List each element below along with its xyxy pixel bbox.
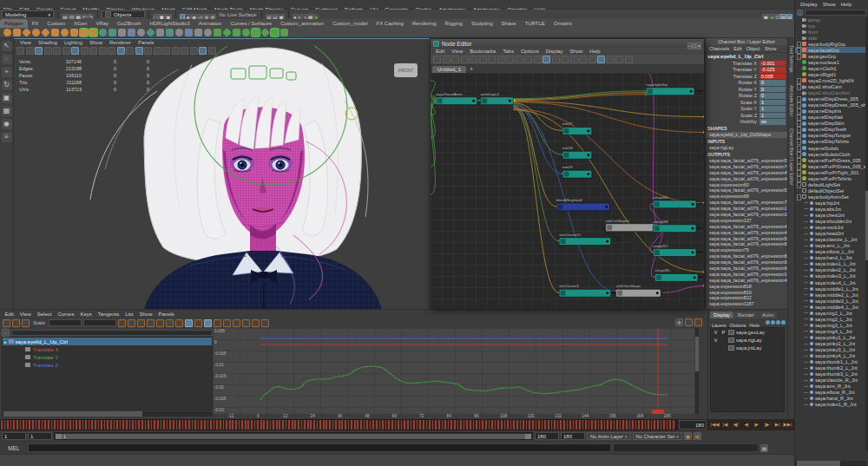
viewport-menu-item[interactable]: Shading: [36, 40, 60, 45]
graph-editor-menu-item[interactable]: Select: [35, 312, 54, 317]
frame-all-icon[interactable]: [685, 318, 693, 326]
output-node-item[interactable]: saya:saya_facial_w079_expression57: [706, 158, 787, 164]
outliner-item[interactable]: saya:hipJnt: [795, 200, 868, 206]
pin-icon[interactable]: ✛: [675, 318, 683, 326]
outliner-item[interactable]: saya:nCloth1: [795, 65, 868, 71]
output-node-item[interactable]: saya:expression137: [706, 218, 787, 224]
shelf-tool-icon[interactable]: [194, 29, 202, 36]
node-editor-titlebar[interactable]: Node Editor –□×: [431, 39, 704, 48]
viewport-display-icon[interactable]: [117, 47, 125, 55]
outliner-item[interactable]: front: [795, 29, 868, 35]
filter-icon[interactable]: ◌: [2, 329, 10, 337]
command-input[interactable]: [28, 443, 611, 452]
shelf-tool-icon[interactable]: [271, 29, 279, 36]
outliner-item[interactable]: saya:geoGrp: [795, 53, 868, 59]
shelf-tool-icon[interactable]: [156, 29, 164, 36]
outliner-item[interactable]: saya:relFurPrDress_005: [795, 157, 868, 163]
transport-button[interactable]: ▶: [752, 420, 761, 430]
channel-box-menu-item[interactable]: Object: [745, 46, 762, 51]
filter-icon[interactable]: ◌: [797, 10, 803, 16]
outliner-item[interactable]: saya:pinky2_L_Jnt: [795, 340, 868, 346]
shelf-tab[interactable]: FX Caching: [372, 19, 408, 28]
node-graph-canvas[interactable]: saya:FacialAnimanimLayer1saya:lightGrpmm…: [431, 73, 704, 309]
node-editor-menu-item[interactable]: Bookmarks: [467, 49, 498, 54]
node-editor-tool-icon[interactable]: [524, 56, 532, 63]
shelf-tab[interactable]: Rendering: [408, 19, 441, 28]
graph-plot-area[interactable]: 0.0050-0.005-0.01-0.015-0.02-0.025-0.03: [213, 328, 694, 414]
node-editor-tool-icon[interactable]: [506, 56, 514, 63]
viewport-display-icon[interactable]: [154, 47, 161, 55]
output-node-item[interactable]: saya:expression1187: [706, 301, 787, 307]
node-editor-tool-icon[interactable]: [470, 56, 477, 63]
timeline-keyframe-ticks[interactable]: [0, 419, 677, 430]
viewport-menu-item[interactable]: Show: [87, 40, 105, 45]
viewport-display-icon[interactable]: [99, 47, 107, 55]
output-node-item[interactable]: saya:saya_facial_w079_expression100: [706, 272, 787, 278]
node-editor-tool-icon[interactable]: [488, 56, 496, 63]
shelf-tab[interactable]: Sculpting: [467, 19, 497, 28]
outliner-menu-item[interactable]: Display: [799, 2, 819, 7]
viewport-menu-item[interactable]: View: [17, 40, 34, 45]
tangent-tool-icon[interactable]: [137, 319, 145, 327]
shelf-tab[interactable]: VRay: [91, 19, 113, 28]
transport-button[interactable]: ▶|: [773, 420, 782, 430]
output-node-item[interactable]: saya:expression60: [706, 182, 787, 188]
move-layer-down-icon[interactable]: [781, 320, 786, 325]
tool-icon[interactable]: ↻: [2, 80, 12, 90]
tangent-tool-icon[interactable]: [252, 319, 260, 327]
tangent-tool-icon[interactable]: [175, 319, 183, 327]
shelf-tab[interactable]: Custom: [43, 19, 69, 28]
viewport-panel[interactable]: ViewShadingLightingShowRendererPanels Ve…: [14, 38, 431, 309]
tool-icon[interactable]: ↖: [2, 41, 12, 51]
node-editor-tool-icon[interactable]: [516, 56, 523, 63]
output-node-item[interactable]: saya:saya_facial_w079_expression47: [706, 224, 787, 230]
channel-box-menu-item[interactable]: Show: [763, 46, 779, 51]
outliner-item[interactable]: saya:pinky4_L_Jnt: [795, 353, 868, 359]
node-editor-menu-item[interactable]: Display: [543, 49, 566, 54]
anim-layer-dropdown[interactable]: No Anim Layer▾: [587, 432, 631, 440]
channel-attribute-row[interactable]: Translate Z0.005: [706, 73, 787, 80]
tangent-tool-icon[interactable]: [156, 319, 164, 327]
tool-icon[interactable]: ◉: [2, 119, 12, 129]
tangent-tool-icon[interactable]: [214, 319, 221, 327]
filter-field[interactable]: [11, 330, 213, 336]
transport-button[interactable]: |◀: [720, 420, 730, 430]
outliner-item[interactable]: saya:index2_L_Jnt: [795, 267, 868, 273]
shelf-tool-icon[interactable]: [233, 29, 240, 36]
channel-attribute-row[interactable]: Scale X1: [706, 99, 787, 106]
output-node-item[interactable]: saya:expression819: [706, 290, 787, 296]
outliner-item[interactable]: saya:relFurPrDress_005_shi: [795, 163, 868, 169]
outliner-item[interactable]: saya:neckJnt: [795, 225, 868, 231]
channel-attribute-row[interactable]: Visibilityon: [706, 119, 787, 126]
output-node-item[interactable]: saya:saya_facial_w079_expression58: [706, 187, 787, 194]
output-node-item[interactable]: saya:saya_facial_w079_expression108: [706, 212, 787, 218]
outliner-item[interactable]: saya:middle4_L_Jnt: [795, 304, 868, 310]
shelf-tool-icon[interactable]: [242, 29, 250, 36]
graph-editor-menu-item[interactable]: Show: [137, 312, 155, 317]
tangent-tool-icon[interactable]: [261, 319, 269, 327]
tangent-tool-icon[interactable]: [147, 319, 155, 327]
graph-tree-hscrollbar[interactable]: [2, 411, 213, 417]
node-editor-tool-icon[interactable]: [497, 56, 505, 63]
tangent-tool-icon[interactable]: [194, 319, 202, 327]
shelf-tool-icon[interactable]: [108, 29, 116, 36]
layer-row[interactable]: VPsaya:geoLay: [711, 328, 784, 336]
shelf-tab[interactable]: XGen: [69, 19, 91, 28]
outliner-item[interactable]: saya:relDispDress_005_shirt: [795, 102, 868, 108]
viewport-display-icon[interactable]: [190, 47, 198, 55]
lattice-icon[interactable]: [22, 319, 30, 327]
script-editor-icon[interactable]: ▤: [760, 444, 768, 452]
viewport-display-icon[interactable]: [144, 47, 152, 55]
node-editor-menu-item[interactable]: Edit: [433, 49, 447, 54]
outliner-item[interactable]: saya:index1_R_Jnt: [795, 402, 868, 408]
outliner-item[interactable]: saya:thumb1_L_Jnt: [795, 359, 868, 365]
outliner-item[interactable]: saya:relSubdv: [795, 145, 868, 151]
current-time-field[interactable]: 180: [679, 420, 707, 430]
tangent-tool-icon[interactable]: [185, 319, 193, 327]
output-node-item[interactable]: saya:saya_facial_w079_expression118: [706, 206, 787, 212]
shelf-tool-icon[interactable]: [222, 28, 232, 37]
shape-node-item[interactable]: saya:eyelid_L_Up_CtrlShape: [706, 132, 787, 138]
graph-channel-row[interactable]: Translate X: [3, 345, 212, 353]
outliner-item[interactable]: saya:middle1_L_Jnt: [795, 286, 868, 292]
outliner-item[interactable]: saya:relDispNail: [795, 115, 868, 121]
